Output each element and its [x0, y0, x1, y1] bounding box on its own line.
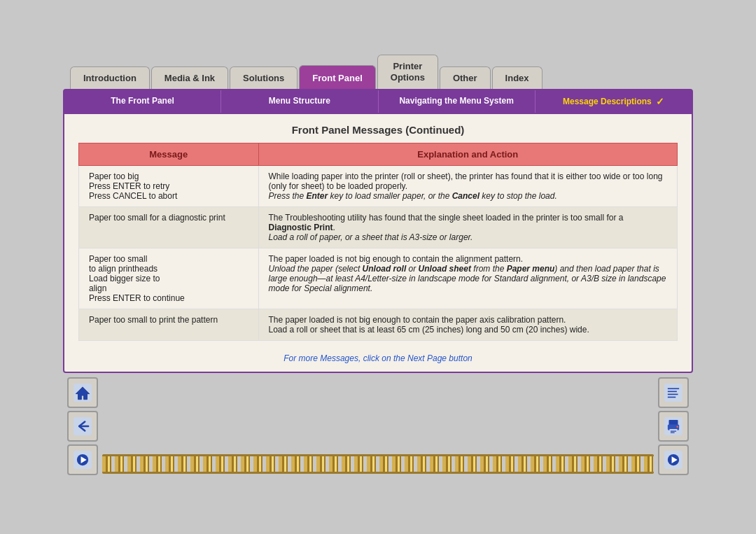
content-area: The Front Panel Menu Structure Navigatin… — [63, 89, 693, 373]
sub-tab-message-descriptions[interactable]: Message Descriptions ✓ — [536, 90, 692, 113]
svg-rect-7 — [668, 388, 679, 389]
col-header-message: Message — [79, 143, 259, 165]
table-row: Paper too smallto align printheadsLoad b… — [79, 248, 678, 309]
toc-button[interactable] — [658, 377, 689, 408]
tab-bar: Introduction Media & Ink Solutions Front… — [70, 55, 693, 88]
explanation-cell-2: The Troubleshooting utility has found th… — [258, 206, 678, 248]
tab-other[interactable]: Other — [440, 66, 491, 89]
checkmark-icon: ✓ — [656, 96, 664, 107]
page-title: Front Panel Messages (Continued) — [64, 114, 692, 143]
tab-front-panel[interactable]: Front Panel — [299, 65, 376, 89]
sub-tab-bar: The Front Panel Menu Structure Navigatin… — [64, 90, 692, 114]
message-cell-3: Paper too smallto align printheadsLoad b… — [79, 248, 259, 309]
tab-introduction[interactable]: Introduction — [70, 66, 150, 89]
svg-point-17 — [676, 426, 678, 427]
svg-rect-15 — [671, 430, 676, 431]
messages-table: Message Explanation and Action Paper too… — [78, 143, 678, 341]
message-cell-2: Paper too small for a diagnostic print — [79, 206, 259, 248]
arrow-right-button[interactable] — [658, 444, 689, 475]
explanation-cell-3: The paper loaded is not big enough to co… — [258, 248, 678, 309]
tab-printer-options[interactable]: PrinterOptions — [377, 55, 438, 88]
spiral-binding — [102, 454, 654, 474]
bottom-row — [63, 373, 693, 479]
sub-tab-front-panel[interactable]: The Front Panel — [64, 90, 221, 113]
right-nav — [654, 373, 693, 479]
table-row: Paper too bigPress ENTER to retryPress C… — [79, 165, 678, 206]
print-button[interactable] — [658, 411, 689, 442]
tab-index[interactable]: Index — [492, 66, 542, 89]
footer-note: For more Messages, click on the Next Pag… — [64, 348, 692, 372]
message-cell-1: Paper too bigPress ENTER to retryPress C… — [79, 165, 259, 206]
message-cell-4: Paper too small to print the pattern — [79, 309, 259, 340]
sub-tab-menu-structure[interactable]: Menu Structure — [221, 90, 378, 113]
tab-solutions[interactable]: Solutions — [230, 66, 298, 89]
back-button[interactable] — [67, 411, 98, 442]
explanation-cell-1: While loading paper into the printer (ro… — [258, 165, 678, 206]
sub-tab-message-descriptions-label: Message Descriptions — [563, 97, 652, 106]
left-nav — [63, 373, 102, 479]
col-header-explanation: Explanation and Action — [258, 143, 678, 165]
tab-media-ink[interactable]: Media & Ink — [151, 66, 228, 89]
home-button[interactable] — [67, 377, 98, 408]
svg-rect-9 — [668, 393, 678, 395]
table-row: Paper too small for a diagnostic print T… — [79, 206, 678, 248]
svg-rect-10 — [668, 396, 676, 398]
sub-tab-navigating-menu[interactable]: Navigating the Menu System — [379, 90, 536, 113]
svg-rect-6 — [664, 384, 682, 402]
next-left-button[interactable] — [67, 444, 98, 475]
svg-rect-16 — [671, 432, 675, 433]
svg-rect-8 — [668, 391, 677, 392]
table-row: Paper too small to print the pattern The… — [79, 309, 678, 340]
explanation-cell-4: The paper loaded is not big enough to co… — [258, 309, 678, 340]
